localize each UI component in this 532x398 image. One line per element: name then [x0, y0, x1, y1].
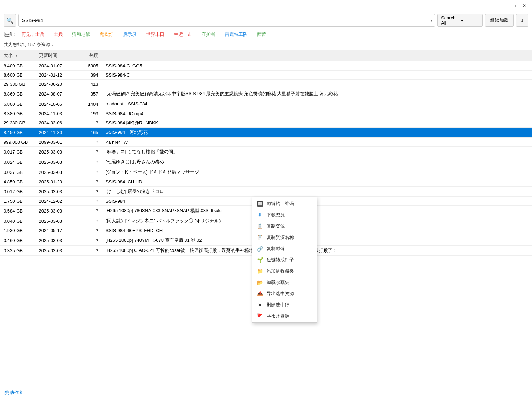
continue-load-button[interactable]: 继续加载: [485, 14, 514, 27]
cell-date: 2024-11-03: [35, 109, 74, 118]
cell-date: 2024-01-07: [35, 61, 74, 71]
table-row[interactable]: 0.037 GB2025-03-03?[ジョン・K・ペー太] ドキドキ卵活マッサ…: [0, 167, 532, 177]
sort-button[interactable]: ↓: [516, 14, 528, 27]
cell-heat: ?: [74, 216, 102, 226]
cell-heat: ?: [74, 206, 102, 216]
minimize-button[interactable]: —: [500, 2, 510, 9]
context-menu-label-8: 导出选中资源: [267, 291, 294, 297]
table-row[interactable]: 8.450 GB2024-11-30165SSIS-984 河北彩花: [0, 128, 532, 138]
cell-date: 2025-03-03: [35, 187, 74, 197]
hot-tag-0[interactable]: 再见，士兵: [21, 32, 44, 37]
cell-heat: ?: [74, 167, 102, 177]
search-type-select[interactable]: Search All ▾: [437, 14, 483, 27]
context-menu-item-2[interactable]: 📋复制资源: [252, 221, 317, 232]
close-button[interactable]: ✕: [519, 2, 529, 9]
context-menu-icon-10: 🚩: [257, 313, 263, 319]
cell-heat: ?: [74, 157, 102, 167]
search-icon: 🔍: [6, 17, 13, 24]
context-menu-item-3[interactable]: 📋复制资源名称: [252, 232, 317, 243]
cell-date: 2099-03-01: [35, 138, 74, 147]
cell-heat: ?: [74, 118, 102, 128]
cell-name: SSIS-984-UC.mp4: [102, 109, 532, 118]
table-row[interactable]: 999.000 GB2099-03-01?<a href="/v: [0, 138, 532, 147]
hot-tag-3[interactable]: 鬼吹灯: [100, 32, 113, 37]
table-row[interactable]: 0.012 GB2025-03-03?[けーしむ] 店長の泣きドコロ: [0, 187, 532, 197]
cell-heat: ?: [74, 187, 102, 197]
cell-date: 2024-08-07: [35, 89, 74, 99]
context-menu-label-9: 删除选中行: [267, 302, 289, 308]
context-menu-item-6[interactable]: 📁添加到收藏夹: [252, 266, 317, 277]
context-menu-icon-9: ✕: [257, 302, 263, 308]
hot-tag-7[interactable]: 守护者: [202, 32, 215, 37]
table-row[interactable]: 8.380 GB2024-11-03193SSIS-984-UC.mp4: [0, 109, 532, 118]
sort-arrow-icon: ↑: [15, 54, 17, 58]
cell-size: 0.460 GB: [0, 235, 35, 246]
context-menu-icon-8: 📤: [257, 291, 263, 297]
hot-tag-separator-5: [169, 32, 170, 37]
cell-name: [七尾ゆきじ] お母さんの務め: [102, 157, 532, 167]
hot-tag-6[interactable]: 幸运一击: [174, 32, 192, 37]
context-menu-item-0[interactable]: 🔲磁链转二维码: [252, 198, 317, 209]
table-wrap[interactable]: 大小 ↑ 更新时间 热度 8.400 GB2024-01-076305SSIS-…: [0, 50, 532, 387]
hot-tag-2[interactable]: 猫和老鼠: [72, 32, 90, 37]
hot-search-bar: 热搜： 再见，士兵 士兵 猫和老鼠 鬼吹灯 启示录 世界末日 幸运一击 守护者 …: [0, 30, 532, 40]
col-header-size[interactable]: 大小 ↑: [0, 50, 35, 61]
cell-date: 2025-03-03: [35, 246, 74, 256]
col-header-name: [102, 50, 532, 61]
table-row[interactable]: 8.600 GB2024-01-12394SSIS-984-C: [0, 71, 532, 80]
cell-size: 8.860 GB: [0, 89, 35, 99]
cell-size: 0.017 GB: [0, 147, 35, 157]
search-icon-button[interactable]: 🔍: [4, 14, 16, 27]
cell-name: SSIS-984-C: [102, 71, 532, 80]
context-menu-item-8[interactable]: 📤导出选中资源: [252, 288, 317, 299]
search-dropdown-arrow-icon[interactable]: ▾: [431, 19, 432, 22]
table-row[interactable]: 4.850 GB2025-01-20?SSIS-984_CH.HD: [0, 177, 532, 187]
cell-heat: ?: [74, 235, 102, 246]
hot-tag-9[interactable]: 茜茜: [257, 32, 266, 37]
cell-date: 2024-05-17: [35, 226, 74, 235]
col-header-date[interactable]: 更新时间: [35, 50, 74, 61]
cell-size: 0.040 GB: [0, 216, 35, 226]
sponsor-author-link[interactable]: [赞助作者]: [4, 390, 24, 395]
table-row[interactable]: 8.860 GB2024-08-07357[无码破解]AI完美破解高清无水印中字…: [0, 89, 532, 99]
hot-tag-5[interactable]: 世界末日: [146, 32, 164, 37]
table-row[interactable]: 6.800 GB2024-10-061404madoubt SSIS-984: [0, 99, 532, 109]
table-row[interactable]: 29.380 GB2024-03-06?SSIS-984.[4K]@RUNBKK: [0, 118, 532, 128]
table-row[interactable]: 0.024 GB2025-03-03?[七尾ゆきじ] お母さんの務め: [0, 157, 532, 167]
cell-size: 4.850 GB: [0, 177, 35, 187]
cell-heat: ?: [74, 147, 102, 157]
cell-size: 0.012 GB: [0, 187, 35, 197]
context-menu-label-4: 复制磁链: [267, 246, 285, 252]
table-header-row: 大小 ↑ 更新时间 热度: [0, 50, 532, 61]
search-input[interactable]: [18, 14, 435, 27]
search-type-dropdown-icon: ▾: [461, 18, 479, 23]
cell-date: 2024-12-02: [35, 197, 74, 206]
maximize-button[interactable]: □: [510, 2, 519, 9]
context-menu-item-1[interactable]: ⬇下载资源: [252, 209, 317, 221]
cell-name: [102, 80, 532, 89]
cell-heat: 357: [74, 89, 102, 99]
col-header-heat[interactable]: 热度: [74, 50, 102, 61]
context-menu-label-0: 磁链转二维码: [267, 201, 294, 207]
context-menu-item-5[interactable]: 🌱磁链转成种子: [252, 254, 317, 266]
context-menu-item-7[interactable]: 📂加载收藏夹: [252, 277, 317, 288]
hot-tag-separator-8: [251, 32, 253, 37]
context-menu-label-7: 加载收藏夹: [267, 279, 289, 286]
cell-name: [麻婆ナス] もてなし旅館「愛の間」: [102, 147, 532, 157]
cell-name: [无码破解]AI完美破解高清无水印中字版SSIS-984 最完美的主观镜头 角色…: [102, 89, 532, 99]
table-row[interactable]: 29.380 GB2024-06-20413: [0, 80, 532, 89]
context-menu-item-9[interactable]: ✕删除选中行: [252, 299, 317, 311]
cell-size: 0.037 GB: [0, 167, 35, 177]
hot-tag-4[interactable]: 启示录: [123, 32, 137, 37]
hot-tag-8[interactable]: 雷霆特工队: [225, 32, 248, 37]
cell-size: 8.400 GB: [0, 61, 35, 71]
hot-tag-1[interactable]: 士兵: [54, 32, 63, 37]
cell-date: 2025-03-03: [35, 235, 74, 246]
context-menu-item-4[interactable]: 🔗复制磁链: [252, 243, 317, 254]
cell-name: <a href="/v: [102, 138, 532, 147]
context-menu-label-1: 下载资源: [267, 212, 285, 218]
table-row[interactable]: 0.017 GB2025-03-03?[麻婆ナス] もてなし旅館「愛の間」: [0, 147, 532, 157]
table-row[interactable]: 8.400 GB2024-01-076305SSIS-984-C_GG5: [0, 61, 532, 71]
context-menu-item-10[interactable]: 🚩举报此资源: [252, 311, 317, 322]
cell-date: 2024-03-06: [35, 118, 74, 128]
